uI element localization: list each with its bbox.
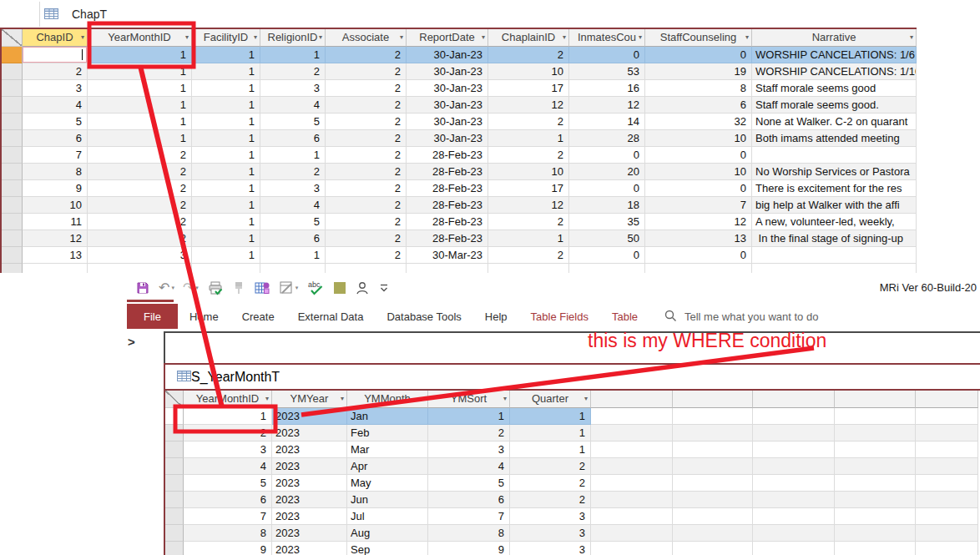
cell[interactable]: 2 xyxy=(488,114,569,130)
cell[interactable] xyxy=(260,264,326,273)
cell[interactable]: 3 xyxy=(428,441,510,458)
row-selector[interactable] xyxy=(2,247,23,264)
cell[interactable]: 1 xyxy=(192,47,260,63)
cell[interactable]: 19 xyxy=(645,63,752,80)
row-selector[interactable] xyxy=(2,264,23,273)
cell[interactable] xyxy=(673,508,753,525)
cell[interactable] xyxy=(673,475,753,492)
cell[interactable]: 6 xyxy=(184,492,272,508)
cell[interactable]: 1 xyxy=(260,247,326,264)
cell[interactable] xyxy=(753,458,835,475)
quick-print-icon[interactable] xyxy=(207,279,224,297)
cell[interactable]: 3 xyxy=(260,180,326,197)
cell[interactable]: 10 xyxy=(23,197,88,214)
cell[interactable] xyxy=(591,425,673,441)
cell[interactable]: 2 xyxy=(326,247,407,264)
cell[interactable]: 0 xyxy=(645,147,752,164)
cell[interactable]: 20 xyxy=(569,164,645,180)
cell[interactable]: 6 xyxy=(23,130,88,147)
cell[interactable]: Both imams attended meeting xyxy=(752,130,917,147)
filter-dropdown-icon[interactable]: ▾ xyxy=(745,29,749,46)
cell[interactable] xyxy=(673,492,753,508)
cell[interactable]: 5 xyxy=(260,114,326,130)
cell[interactable] xyxy=(752,247,917,264)
cell[interactable]: Sep xyxy=(347,542,428,555)
cell[interactable]: 1 xyxy=(88,63,192,80)
cell[interactable] xyxy=(753,425,835,441)
cell[interactable]: 12 xyxy=(569,97,645,114)
cell[interactable]: 18 xyxy=(569,197,645,214)
cell[interactable]: 4 xyxy=(23,97,88,114)
color-swatch-icon[interactable] xyxy=(333,279,346,297)
cell[interactable] xyxy=(835,525,916,542)
cell[interactable] xyxy=(591,525,673,542)
cell[interactable] xyxy=(753,441,835,458)
nav-pane-expand-chevron[interactable]: > xyxy=(128,335,135,349)
cell[interactable]: 2 xyxy=(88,180,192,197)
row-selector[interactable] xyxy=(165,508,184,525)
cell[interactable]: 28-Feb-23 xyxy=(407,147,488,164)
filter-dropdown-icon[interactable]: ▾ xyxy=(254,29,257,46)
cell[interactable]: 4 xyxy=(184,458,272,475)
select-all-corner[interactable] xyxy=(2,29,23,47)
column-header-yearmonthid[interactable]: YearMonthID▾ xyxy=(88,29,192,47)
cell[interactable]: 6 xyxy=(260,130,326,147)
column-header-empty[interactable] xyxy=(753,391,835,408)
filter-dropdown-icon[interactable]: ▾ xyxy=(422,391,425,407)
cell[interactable]: 2 xyxy=(488,214,569,230)
cell[interactable] xyxy=(753,542,835,555)
cell[interactable]: 3 xyxy=(510,542,591,555)
cell[interactable]: 11 xyxy=(23,214,88,230)
cell[interactable]: 28 xyxy=(569,130,645,147)
cell[interactable]: 2 xyxy=(326,63,407,80)
row-selector[interactable] xyxy=(2,230,23,247)
row-selector[interactable] xyxy=(2,130,23,147)
cell[interactable]: 1 xyxy=(192,230,260,247)
cell[interactable]: 4 xyxy=(428,458,510,475)
cell[interactable] xyxy=(673,441,753,458)
cell[interactable] xyxy=(752,264,917,273)
cell[interactable] xyxy=(591,508,673,525)
cell[interactable]: 1 xyxy=(192,180,260,197)
cell[interactable] xyxy=(916,525,978,542)
cell[interactable]: 12 xyxy=(488,97,569,114)
row-selector[interactable] xyxy=(165,408,184,425)
filter-dropdown-icon[interactable]: ▾ xyxy=(185,29,189,46)
cell[interactable]: 17 xyxy=(488,80,569,97)
ribbon-tab-file[interactable]: File xyxy=(127,304,178,329)
cell[interactable]: 28-Feb-23 xyxy=(407,180,488,197)
cell[interactable]: 1 xyxy=(192,63,260,80)
account-icon[interactable] xyxy=(355,279,370,297)
ribbon-tab-table-fields[interactable]: Table Fields xyxy=(519,304,600,329)
cell[interactable]: 8 xyxy=(428,525,510,542)
select-all-corner[interactable] xyxy=(165,391,184,408)
row-selector[interactable] xyxy=(165,475,184,492)
cell[interactable]: 12 xyxy=(488,197,569,214)
cell[interactable]: 9 xyxy=(23,180,88,197)
view-icon[interactable]: ▾ xyxy=(279,279,299,297)
cell[interactable] xyxy=(23,47,88,63)
cell[interactable]: 2023 xyxy=(272,458,347,475)
cell[interactable]: 16 xyxy=(569,80,645,97)
filter-dropdown-icon[interactable]: ▾ xyxy=(400,29,403,46)
column-header-empty[interactable] xyxy=(673,391,753,408)
row-selector[interactable] xyxy=(2,147,23,164)
cell[interactable]: 2 xyxy=(326,230,407,247)
filter-dropdown-icon[interactable]: ▾ xyxy=(910,29,913,46)
cell[interactable]: In the final stage of signing-up xyxy=(752,230,917,247)
cell[interactable]: 2023 xyxy=(272,508,347,525)
cell[interactable]: 30-Jan-23 xyxy=(407,97,488,114)
cell[interactable]: 7 xyxy=(23,147,88,164)
cell[interactable]: 1 xyxy=(510,441,591,458)
cell[interactable]: 13 xyxy=(23,247,88,264)
cell[interactable]: Staff morale seems good. xyxy=(752,97,917,114)
cell[interactable]: 7 xyxy=(184,508,272,525)
tell-me-search[interactable]: Tell me what you want to do xyxy=(664,304,818,329)
qat-overflow-icon[interactable] xyxy=(378,279,390,297)
cell[interactable]: 0 xyxy=(569,247,645,264)
cell[interactable]: 2 xyxy=(488,47,569,63)
cell[interactable]: Jan xyxy=(347,408,428,425)
cell[interactable]: 2 xyxy=(326,80,407,97)
column-header-ymyear[interactable]: YMYear▾ xyxy=(272,391,347,408)
ribbon-tab-home[interactable]: Home xyxy=(178,304,230,329)
